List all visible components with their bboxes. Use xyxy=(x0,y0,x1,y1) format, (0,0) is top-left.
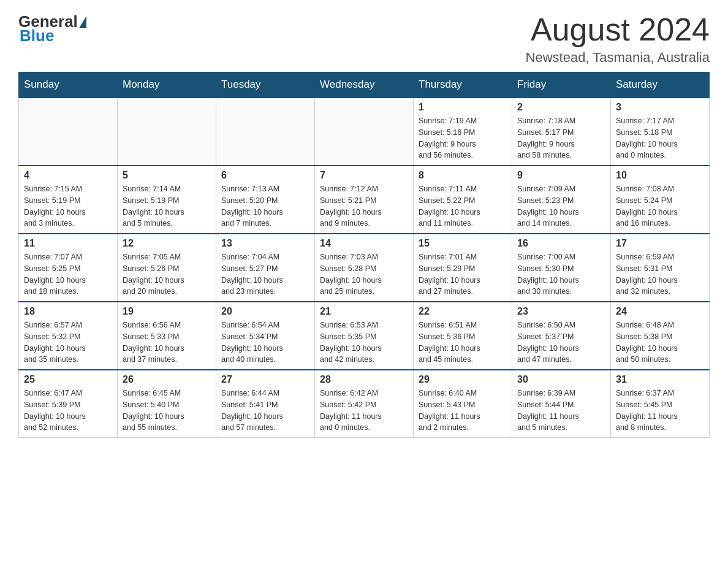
logo: General Blue xyxy=(18,12,88,45)
calendar-table: SundayMondayTuesdayWednesdayThursdayFrid… xyxy=(18,72,710,438)
location-title: Newstead, Tasmania, Australia xyxy=(526,50,710,66)
day-number: 23 xyxy=(517,306,605,317)
title-section: August 2024 Newstead, Tasmania, Australi… xyxy=(526,12,710,66)
calendar-cell: 23Sunrise: 6:50 AM Sunset: 5:37 PM Dayli… xyxy=(512,302,611,370)
day-info: Sunrise: 7:05 AM Sunset: 5:26 PM Dayligh… xyxy=(123,251,211,297)
day-number: 4 xyxy=(24,170,112,181)
calendar-cell: 17Sunrise: 6:59 AM Sunset: 5:31 PM Dayli… xyxy=(611,234,710,302)
calendar-cell xyxy=(216,98,315,166)
day-info: Sunrise: 7:14 AM Sunset: 5:19 PM Dayligh… xyxy=(123,183,211,229)
day-info: Sunrise: 6:54 AM Sunset: 5:34 PM Dayligh… xyxy=(221,320,309,366)
day-info: Sunrise: 7:00 AM Sunset: 5:30 PM Dayligh… xyxy=(517,251,605,297)
day-info: Sunrise: 7:17 AM Sunset: 5:18 PM Dayligh… xyxy=(616,115,704,161)
day-number: 26 xyxy=(123,374,211,385)
day-number: 7 xyxy=(320,170,408,181)
day-info: Sunrise: 6:57 AM Sunset: 5:32 PM Dayligh… xyxy=(24,320,112,366)
calendar-cell: 3Sunrise: 7:17 AM Sunset: 5:18 PM Daylig… xyxy=(611,98,710,166)
calendar-cell: 29Sunrise: 6:40 AM Sunset: 5:43 PM Dayli… xyxy=(414,370,512,438)
day-info: Sunrise: 6:37 AM Sunset: 5:45 PM Dayligh… xyxy=(616,388,704,434)
day-number: 6 xyxy=(221,170,309,181)
calendar-header-tuesday: Tuesday xyxy=(216,72,315,98)
calendar-cell: 20Sunrise: 6:54 AM Sunset: 5:34 PM Dayli… xyxy=(216,302,315,370)
calendar-cell: 11Sunrise: 7:07 AM Sunset: 5:25 PM Dayli… xyxy=(19,234,118,302)
day-number: 1 xyxy=(419,102,507,113)
calendar-cell: 15Sunrise: 7:01 AM Sunset: 5:29 PM Dayli… xyxy=(414,234,512,302)
day-info: Sunrise: 6:42 AM Sunset: 5:42 PM Dayligh… xyxy=(320,388,408,434)
day-number: 25 xyxy=(24,374,112,385)
day-number: 24 xyxy=(616,306,704,317)
calendar-week-5: 25Sunrise: 6:47 AM Sunset: 5:39 PM Dayli… xyxy=(19,370,710,438)
calendar-cell: 12Sunrise: 7:05 AM Sunset: 5:26 PM Dayli… xyxy=(118,234,216,302)
day-number: 16 xyxy=(517,238,605,249)
calendar-cell: 31Sunrise: 6:37 AM Sunset: 5:45 PM Dayli… xyxy=(611,370,710,438)
calendar-cell: 14Sunrise: 7:03 AM Sunset: 5:28 PM Dayli… xyxy=(315,234,414,302)
day-number: 3 xyxy=(616,102,704,113)
calendar-cell: 24Sunrise: 6:48 AM Sunset: 5:38 PM Dayli… xyxy=(611,302,710,370)
calendar-cell xyxy=(315,98,414,166)
calendar-cell: 8Sunrise: 7:11 AM Sunset: 5:22 PM Daylig… xyxy=(414,166,512,234)
calendar-cell: 6Sunrise: 7:13 AM Sunset: 5:20 PM Daylig… xyxy=(216,166,315,234)
calendar-cell: 26Sunrise: 6:45 AM Sunset: 5:40 PM Dayli… xyxy=(118,370,216,438)
calendar-cell: 18Sunrise: 6:57 AM Sunset: 5:32 PM Dayli… xyxy=(19,302,118,370)
logo-triangle-icon xyxy=(79,16,86,28)
day-info: Sunrise: 6:45 AM Sunset: 5:40 PM Dayligh… xyxy=(123,388,211,434)
day-info: Sunrise: 7:13 AM Sunset: 5:20 PM Dayligh… xyxy=(221,183,309,229)
calendar-cell: 16Sunrise: 7:00 AM Sunset: 5:30 PM Dayli… xyxy=(512,234,611,302)
calendar-cell: 25Sunrise: 6:47 AM Sunset: 5:39 PM Dayli… xyxy=(19,370,118,438)
day-info: Sunrise: 6:48 AM Sunset: 5:38 PM Dayligh… xyxy=(616,320,704,366)
day-number: 20 xyxy=(221,306,309,317)
day-info: Sunrise: 6:56 AM Sunset: 5:33 PM Dayligh… xyxy=(123,320,211,366)
calendar-cell xyxy=(118,98,216,166)
calendar-header-thursday: Thursday xyxy=(414,72,512,98)
calendar-cell: 27Sunrise: 6:44 AM Sunset: 5:41 PM Dayli… xyxy=(216,370,315,438)
day-info: Sunrise: 7:09 AM Sunset: 5:23 PM Dayligh… xyxy=(517,183,605,229)
calendar-header-sunday: Sunday xyxy=(19,72,118,98)
day-number: 15 xyxy=(419,238,507,249)
calendar-cell: 13Sunrise: 7:04 AM Sunset: 5:27 PM Dayli… xyxy=(216,234,315,302)
calendar-week-2: 4Sunrise: 7:15 AM Sunset: 5:19 PM Daylig… xyxy=(19,166,710,234)
calendar-week-3: 11Sunrise: 7:07 AM Sunset: 5:25 PM Dayli… xyxy=(19,234,710,302)
calendar-week-1: 1Sunrise: 7:19 AM Sunset: 5:16 PM Daylig… xyxy=(19,98,710,166)
calendar-cell xyxy=(19,98,118,166)
calendar-cell: 1Sunrise: 7:19 AM Sunset: 5:16 PM Daylig… xyxy=(414,98,512,166)
calendar-cell: 5Sunrise: 7:14 AM Sunset: 5:19 PM Daylig… xyxy=(118,166,216,234)
day-number: 11 xyxy=(24,238,112,249)
day-info: Sunrise: 7:19 AM Sunset: 5:16 PM Dayligh… xyxy=(419,115,507,161)
calendar-cell: 30Sunrise: 6:39 AM Sunset: 5:44 PM Dayli… xyxy=(512,370,611,438)
page-header: General Blue August 2024 Newstead, Tasma… xyxy=(18,12,710,66)
day-info: Sunrise: 7:04 AM Sunset: 5:27 PM Dayligh… xyxy=(221,251,309,297)
calendar-header-saturday: Saturday xyxy=(611,72,710,98)
day-info: Sunrise: 7:11 AM Sunset: 5:22 PM Dayligh… xyxy=(419,183,507,229)
day-info: Sunrise: 6:47 AM Sunset: 5:39 PM Dayligh… xyxy=(24,388,112,434)
day-number: 17 xyxy=(616,238,704,249)
day-info: Sunrise: 7:07 AM Sunset: 5:25 PM Dayligh… xyxy=(24,251,112,297)
day-info: Sunrise: 7:01 AM Sunset: 5:29 PM Dayligh… xyxy=(419,251,507,297)
day-number: 28 xyxy=(320,374,408,385)
logo-blue-text: Blue xyxy=(20,26,54,45)
calendar-cell: 22Sunrise: 6:51 AM Sunset: 5:36 PM Dayli… xyxy=(414,302,512,370)
month-title: August 2024 xyxy=(526,12,710,47)
calendar-header-friday: Friday xyxy=(512,72,611,98)
calendar-cell: 19Sunrise: 6:56 AM Sunset: 5:33 PM Dayli… xyxy=(118,302,216,370)
day-info: Sunrise: 6:53 AM Sunset: 5:35 PM Dayligh… xyxy=(320,320,408,366)
day-info: Sunrise: 6:39 AM Sunset: 5:44 PM Dayligh… xyxy=(517,388,605,434)
day-number: 22 xyxy=(419,306,507,317)
day-info: Sunrise: 7:03 AM Sunset: 5:28 PM Dayligh… xyxy=(320,251,408,297)
day-number: 9 xyxy=(517,170,605,181)
calendar-week-4: 18Sunrise: 6:57 AM Sunset: 5:32 PM Dayli… xyxy=(19,302,710,370)
day-info: Sunrise: 7:08 AM Sunset: 5:24 PM Dayligh… xyxy=(616,183,704,229)
day-number: 8 xyxy=(419,170,507,181)
day-info: Sunrise: 6:50 AM Sunset: 5:37 PM Dayligh… xyxy=(517,320,605,366)
calendar-header-monday: Monday xyxy=(118,72,216,98)
calendar-cell: 2Sunrise: 7:18 AM Sunset: 5:17 PM Daylig… xyxy=(512,98,611,166)
calendar-cell: 7Sunrise: 7:12 AM Sunset: 5:21 PM Daylig… xyxy=(315,166,414,234)
calendar-header-row: SundayMondayTuesdayWednesdayThursdayFrid… xyxy=(19,72,710,98)
day-number: 18 xyxy=(24,306,112,317)
day-number: 12 xyxy=(123,238,211,249)
calendar-cell: 21Sunrise: 6:53 AM Sunset: 5:35 PM Dayli… xyxy=(315,302,414,370)
calendar-header-wednesday: Wednesday xyxy=(315,72,414,98)
day-number: 31 xyxy=(616,374,704,385)
calendar-cell: 28Sunrise: 6:42 AM Sunset: 5:42 PM Dayli… xyxy=(315,370,414,438)
day-info: Sunrise: 6:40 AM Sunset: 5:43 PM Dayligh… xyxy=(419,388,507,434)
day-number: 5 xyxy=(123,170,211,181)
